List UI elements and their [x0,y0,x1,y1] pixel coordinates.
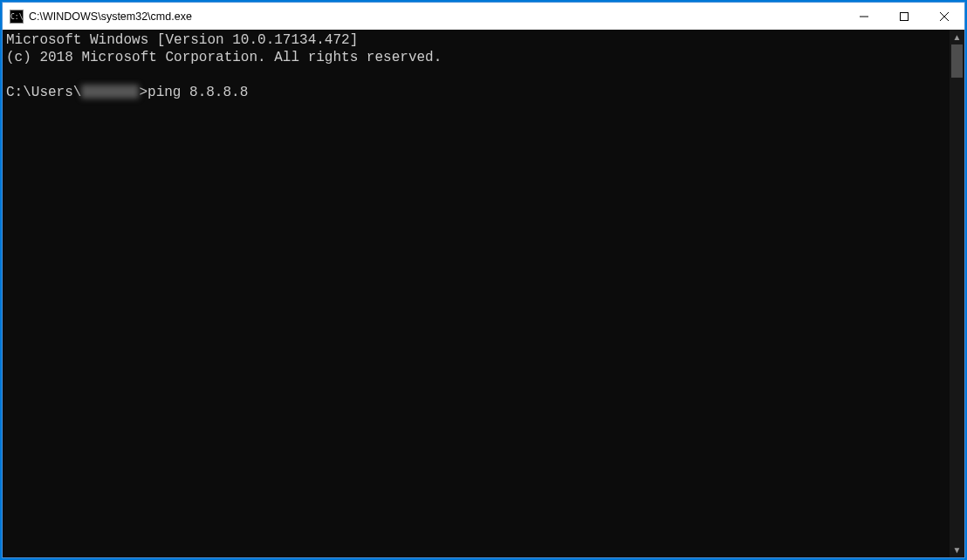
terminal-output[interactable]: Microsoft Windows [Version 10.0.17134.47… [3,30,950,557]
close-button[interactable] [924,3,964,30]
prompt-suffix: > [139,85,147,100]
scroll-thumb[interactable] [951,44,963,78]
command-text: ping 8.8.8.8 [147,85,248,100]
username-redacted [81,85,139,99]
scroll-up-arrow-icon[interactable]: ▲ [950,30,964,44]
minimize-button[interactable] [844,3,884,30]
vertical-scrollbar[interactable]: ▲ ▼ [950,30,964,557]
terminal-area: Microsoft Windows [Version 10.0.17134.47… [3,30,964,557]
window-controls [844,3,964,30]
prompt-prefix: C:\Users\ [6,85,81,100]
cmd-icon: C:\ [10,10,24,24]
version-line: Microsoft Windows [Version 10.0.17134.47… [6,32,358,48]
window-title: C:\WINDOWS\system32\cmd.exe [29,10,844,23]
titlebar[interactable]: C:\ C:\WINDOWS\system32\cmd.exe [3,3,964,30]
cmd-window: C:\ C:\WINDOWS\system32\cmd.exe Microsof… [2,2,965,558]
scroll-down-arrow-icon[interactable]: ▼ [950,543,964,557]
svg-rect-1 [901,12,909,20]
maximize-button[interactable] [884,3,924,30]
scroll-track[interactable] [950,44,964,543]
copyright-line: (c) 2018 Microsoft Corporation. All righ… [6,50,442,65]
